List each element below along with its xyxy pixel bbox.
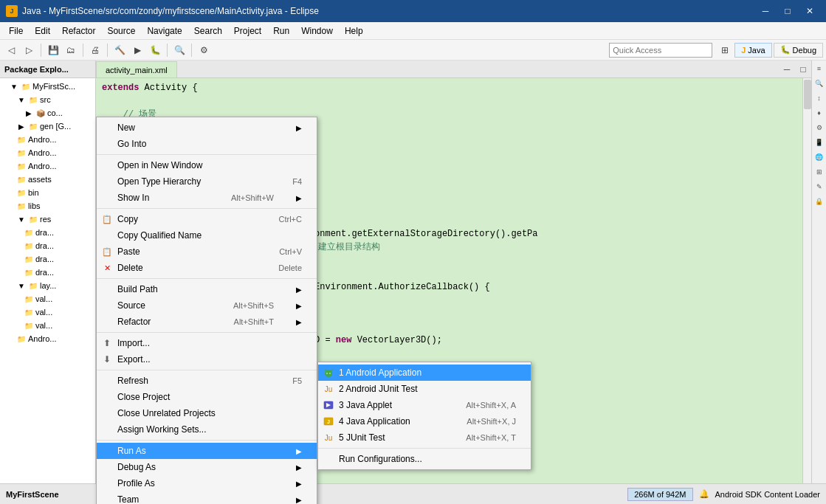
tree-assets[interactable]: 📁 assets xyxy=(0,173,95,186)
ctx-build-path[interactable]: Build Path ▶ xyxy=(97,281,317,297)
menu-refactor[interactable]: Refactor xyxy=(56,22,101,40)
ctx-copy-qualified[interactable]: Copy Qualified Name xyxy=(97,227,317,244)
rp-btn-7[interactable]: 🌐 xyxy=(813,151,826,164)
tree-bin[interactable]: 📁 bin xyxy=(0,186,95,199)
tree-dra3[interactable]: 📁 dra... xyxy=(0,252,95,266)
status-memory[interactable]: 266M of 942M xyxy=(627,488,692,501)
tree-val1[interactable]: 📁 val... xyxy=(0,292,95,305)
ctx-open-new-window[interactable]: Open in New Window xyxy=(97,157,317,173)
tree-libs[interactable]: 📁 libs xyxy=(0,199,95,213)
runas-android-app[interactable]: 1 Android Application xyxy=(318,365,531,381)
runas-junit[interactable]: Ju 5 JUnit Test Alt+Shift+X, T xyxy=(318,429,531,446)
editor-max-btn[interactable]: □ xyxy=(795,61,811,77)
ctx-sep-6 xyxy=(97,440,317,441)
ctx-close-unrelated[interactable]: Close Unrelated Projects xyxy=(97,405,317,421)
ctx-paste[interactable]: 📋 Paste Ctrl+V xyxy=(97,244,317,260)
tree-val3[interactable]: 📁 val... xyxy=(0,319,95,332)
rp-btn-8[interactable]: ⊞ xyxy=(813,165,826,179)
ctx-new[interactable]: New ▶ xyxy=(97,120,317,136)
scrollbar-thumb[interactable] xyxy=(804,80,811,109)
tree-dra2[interactable]: 📁 dra... xyxy=(0,239,95,252)
ctx-import-label: Import... xyxy=(117,338,150,348)
tree-android1[interactable]: 📁 Andro... xyxy=(0,133,95,146)
ctx-refactor[interactable]: Refactor Alt+Shift+T ▶ xyxy=(97,314,317,330)
rp-btn-1[interactable]: ≡ xyxy=(813,62,826,75)
rp-btn-10[interactable]: 🔒 xyxy=(813,195,826,208)
ctx-source[interactable]: Source Alt+Shift+S ▶ xyxy=(97,297,317,314)
toolbar-sep-1 xyxy=(41,44,41,57)
tree-gen[interactable]: ▶ 📁 gen [G... xyxy=(0,120,95,133)
perspectives-icon[interactable]: ⊞ xyxy=(717,42,733,58)
ctx-open-type-hierarchy[interactable]: Open Type Hierarchy F4 xyxy=(97,173,317,190)
runas-java-app-shortcut: Alt+Shift+X, J xyxy=(467,417,516,426)
runas-java-app[interactable]: J 4 Java Application Alt+Shift+X, J xyxy=(318,413,531,429)
rp-btn-3[interactable]: ↕ xyxy=(813,92,826,105)
tb-build[interactable]: 🔨 xyxy=(111,42,128,58)
tb-search[interactable]: 🔍 xyxy=(171,42,187,58)
ctx-gointo[interactable]: Go Into xyxy=(97,136,317,152)
rp-btn-4[interactable]: ♦ xyxy=(813,106,826,120)
rp-btn-5[interactable]: ⚙ xyxy=(813,121,826,134)
tb-back[interactable]: ◁ xyxy=(3,42,19,58)
java-perspective-button[interactable]: J Java xyxy=(734,43,771,58)
rp-btn-9[interactable]: ✎ xyxy=(813,180,826,193)
editor-min-btn[interactable]: ─ xyxy=(779,61,795,77)
tb-forward[interactable]: ▷ xyxy=(21,42,37,58)
menu-edit[interactable]: Edit xyxy=(29,22,56,40)
ctx-copy[interactable]: 📋 Copy Ctrl+C xyxy=(97,211,317,227)
ctx-assign-working-sets[interactable]: Assign Working Sets... xyxy=(97,421,317,438)
menu-source[interactable]: Source xyxy=(101,22,141,40)
tree-pkg[interactable]: ▶ 📦 co... xyxy=(0,106,95,120)
res-icon: 📁 xyxy=(28,214,38,224)
tree-dra1[interactable]: 📁 dra... xyxy=(0,226,95,239)
maximize-button[interactable]: □ xyxy=(777,4,798,18)
tree-android4[interactable]: 📁 Andro... xyxy=(0,332,95,345)
rp-btn-2[interactable]: 🔍 xyxy=(813,77,826,90)
tb-save[interactable]: 💾 xyxy=(45,42,61,58)
perspective-buttons: ⊞ J Java 🐛 Debug xyxy=(717,42,823,58)
menu-window[interactable]: Window xyxy=(295,22,339,40)
tb-debug[interactable]: 🐛 xyxy=(147,42,163,58)
tb-run[interactable]: ▶ xyxy=(129,42,145,58)
menu-file[interactable]: File xyxy=(3,22,29,40)
ctx-team[interactable]: Team ▶ xyxy=(97,491,317,504)
ctx-run-as[interactable]: Run As ▶ xyxy=(97,443,317,459)
ctx-profile-as[interactable]: Profile As ▶ xyxy=(97,475,317,491)
tb-settings[interactable]: ⚙ xyxy=(196,42,212,58)
minimize-button[interactable]: ─ xyxy=(755,4,776,18)
ctx-close-project[interactable]: Close Project xyxy=(97,389,317,405)
ctx-delete[interactable]: ✕ Delete Delete xyxy=(97,260,317,276)
tree-android3[interactable]: 📁 Andro... xyxy=(0,159,95,173)
tree-dra4[interactable]: 📁 dra... xyxy=(0,266,95,279)
close-button[interactable]: ✕ xyxy=(799,4,820,18)
runas-run-configurations[interactable]: Run Configurations... xyxy=(318,451,531,467)
menu-project[interactable]: Project xyxy=(228,22,267,40)
quick-access-input[interactable] xyxy=(609,43,712,58)
ctx-refresh[interactable]: Refresh F5 xyxy=(97,373,317,389)
menu-help[interactable]: Help xyxy=(339,22,369,40)
tree-src[interactable]: ▼ 📁 src xyxy=(0,93,95,106)
ctx-import[interactable]: ⬆ Import... xyxy=(97,335,317,351)
editor-scrollbar[interactable] xyxy=(802,78,811,483)
menu-search[interactable]: Search xyxy=(188,22,228,40)
tree-val2[interactable]: 📁 val... xyxy=(0,305,95,319)
tree-project[interactable]: ▼ 📁 MyFirstSc... xyxy=(0,80,95,93)
tree-res[interactable]: ▼ 📁 res xyxy=(0,213,95,226)
tb-print[interactable]: 🖨 xyxy=(87,42,103,58)
editor-tab-main[interactable]: activity_main.xml xyxy=(96,61,177,77)
ctx-show-in[interactable]: Show In Alt+Shift+W ▶ xyxy=(97,190,317,206)
toolbar-sep-3 xyxy=(107,44,108,57)
runas-java-applet[interactable]: 3 Java Applet Alt+Shift+X, A xyxy=(318,397,531,413)
tb-save-all[interactable]: 🗂 xyxy=(63,42,79,58)
menu-run[interactable]: Run xyxy=(267,22,295,40)
right-panel: ≡ 🔍 ↕ ♦ ⚙ 📱 🌐 ⊞ ✎ 🔒 xyxy=(811,61,826,483)
rp-btn-6[interactable]: 📱 xyxy=(813,136,826,149)
ctx-export[interactable]: ⬇ Export... xyxy=(97,351,317,367)
tree-lay[interactable]: ▼ 📁 lay... xyxy=(0,279,95,292)
menu-navigate[interactable]: Navigate xyxy=(141,22,187,40)
tree-android2[interactable]: 📁 Andro... xyxy=(0,146,95,159)
runas-android-junit[interactable]: Ju 2 Android JUnit Test xyxy=(318,381,531,397)
tree-dra4-label: dra... xyxy=(35,268,54,277)
ctx-debug-as[interactable]: Debug As ▶ xyxy=(97,459,317,475)
debug-perspective-button[interactable]: 🐛 Debug xyxy=(774,43,823,58)
